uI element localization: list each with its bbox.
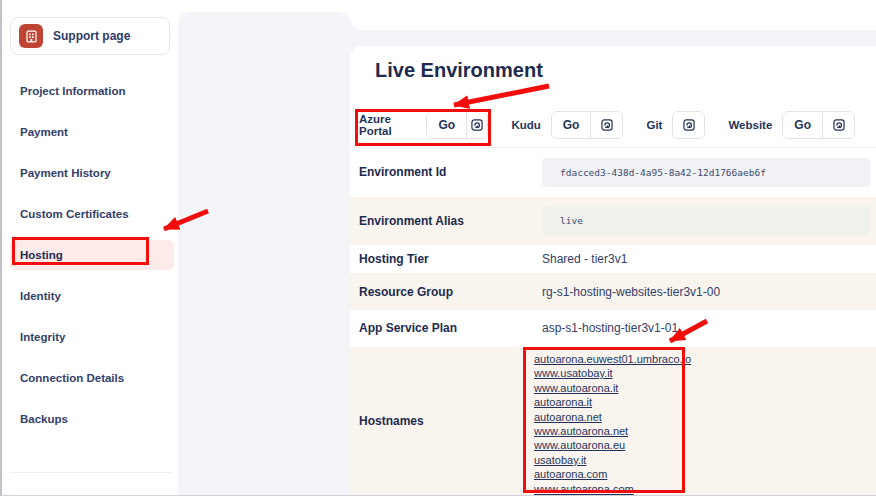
support-page-icon [19,24,43,48]
website-copy-button[interactable] [823,112,854,138]
hostname-link[interactable]: www.autoarona.eu [534,438,625,452]
hostname-link[interactable]: autoarona.net [534,410,602,424]
azure-portal-buttons: Go [426,111,488,139]
git-label: Git [646,119,662,131]
table-row-environment-id: Environment Id fdacced3-438d-4a95-8a42-1… [350,148,876,197]
link-group-website: Website Go [728,111,855,139]
support-page-label: Support page [53,29,130,43]
hostname-link[interactable]: www.autoarona.it [534,381,618,395]
row-label: Environment Id [350,165,533,179]
nav-item-label: Connection Details [20,372,124,384]
website-buttons: Go [782,111,855,139]
website-go-button[interactable]: Go [783,112,822,138]
sidebar-nav-item[interactable]: Backups [2,398,178,439]
kudu-buttons: Go [551,111,624,139]
git-buttons [672,111,705,139]
link-group-azure-portal: Azure Portal Go [359,111,488,139]
website-label: Website [728,119,772,131]
azure-portal-go-button[interactable]: Go [427,112,466,138]
copy-to-clipboard-icon [832,118,846,132]
hostname-link[interactable]: www.usatobay.it [534,366,613,380]
app-service-plan-value: asp-s1-hosting-tier3v1-01 [533,321,876,335]
table-row-hostnames: Hostnames autoarona.euwest01.umbraco.iow… [350,347,876,496]
nav-item-label: Backups [20,413,68,425]
sidebar-nav-item[interactable]: Custom Certificates [2,193,178,234]
row-value-wrap: live [533,206,876,235]
hostname-link[interactable]: www.autoarona.com [534,482,634,496]
sidebar-nav-item[interactable]: Payment [2,111,178,152]
sidebar-nav: Project Information Payment Payment Hist… [2,70,178,439]
main-area: Live Environment Azure Portal Go [350,0,876,496]
kudu-copy-button[interactable] [591,112,622,138]
environment-details-table: Environment Id fdacced3-438d-4a95-8a42-1… [350,147,876,496]
link-group-kudu: Kudu Go [511,111,623,139]
sidebar-nav-item[interactable]: Identity [2,275,178,316]
kudu-go-button[interactable]: Go [552,112,591,138]
environment-alias-value: live [542,206,870,235]
row-label: App Service Plan [350,321,533,335]
nav-item-label: Custom Certificates [20,208,129,220]
sidebar-nav-item[interactable]: Project Information [2,70,178,111]
sidebar: Support page Project Information Payment… [2,0,178,495]
copy-to-clipboard-icon [600,118,614,132]
hostname-link[interactable]: usatobay.it [534,453,586,467]
environment-card: Live Environment Azure Portal Go [350,46,876,496]
row-label: Resource Group [350,285,533,299]
hostname-link[interactable]: www.autoarona.net [534,424,628,438]
copy-to-clipboard-icon [682,118,696,132]
sidebar-nav-item[interactable]: Payment History [2,152,178,193]
environment-links-toolbar: Azure Portal Go Ku [359,110,876,140]
nav-item-label: Payment [20,126,68,138]
nav-item-label: Project Information [20,85,125,97]
row-label: Hostnames [350,414,533,428]
nav-item-label: Identity [20,290,61,302]
link-group-git: Git [646,111,705,139]
azure-portal-copy-button[interactable] [467,112,488,138]
hostname-link[interactable]: autoarona.euwest01.umbraco.io [534,352,691,366]
resource-group-value: rg-s1-hosting-websites-tier3v1-00 [533,285,876,299]
kudu-label: Kudu [511,119,540,131]
top-strip-card [350,0,876,30]
copy-to-clipboard-icon [470,118,484,132]
azure-portal-label: Azure Portal [359,113,416,137]
collapsed-panel-column [178,12,350,496]
table-row-hosting-tier: Hosting Tier Shared - tier3v1 [350,245,876,273]
row-label: Environment Alias [350,214,533,228]
nav-item-label: Payment History [20,167,111,179]
sidebar-nav-item[interactable]: Hosting [10,240,174,270]
sidebar-nav-item[interactable]: Connection Details [2,357,178,398]
app-window: Support page Project Information Payment… [0,0,876,496]
hostname-list: autoarona.euwest01.umbraco.iowww.usatoba… [533,347,876,496]
hostname-link[interactable]: autoarona.com [534,467,607,481]
hostname-link[interactable]: autoarona.it [534,395,592,409]
row-label: Hosting Tier [350,252,533,266]
sidebar-nav-item[interactable]: Integrity [2,316,178,357]
row-value-wrap: fdacced3-438d-4a95-8a42-12d1766aeb6f [533,158,876,187]
sidebar-divider [10,472,172,473]
hosting-tier-value: Shared - tier3v1 [533,252,876,266]
table-row-resource-group: Resource Group rg-s1-hosting-websites-ti… [350,273,876,310]
page-title: Live Environment [375,59,543,82]
table-row-app-service-plan: App Service Plan asp-s1-hosting-tier3v1-… [350,310,876,347]
nav-item-label: Hosting [20,249,63,261]
nav-item-label: Integrity [20,331,65,343]
table-row-environment-alias: Environment Alias live [350,197,876,246]
support-page-card[interactable]: Support page [10,17,170,55]
git-copy-button[interactable] [673,112,704,138]
environment-id-value: fdacced3-438d-4a95-8a42-12d1766aeb6f [542,158,870,187]
